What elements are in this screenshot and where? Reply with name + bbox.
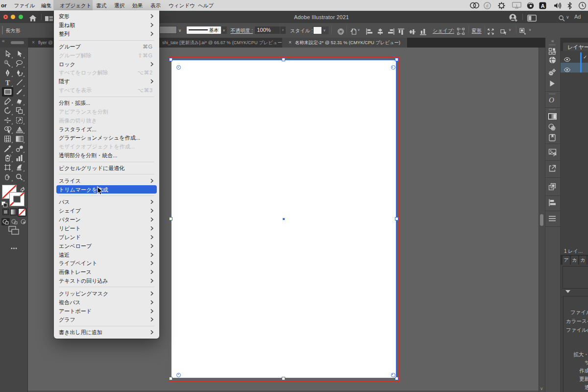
eraser-tool[interactable] — [14, 97, 25, 106]
brush-chevron-icon[interactable]: ∨ — [178, 28, 181, 33]
layer-row-selected[interactable] — [561, 63, 588, 73]
screen-mode-button[interactable] — [8, 226, 19, 235]
d-circle-icon[interactable]: d — [484, 1, 491, 10]
style-dropdown[interactable]: ∨ — [313, 26, 329, 34]
menu-object[interactable]: オブジェクト — [60, 0, 91, 11]
curvature-tool[interactable] — [14, 68, 25, 77]
rotate-tool[interactable] — [2, 106, 13, 115]
menu-item-グループ[interactable]: グループ⌘G — [54, 42, 159, 51]
selection-handle[interactable] — [395, 377, 398, 380]
corner-radius-widget[interactable] — [391, 373, 395, 377]
brush-definition-swatch[interactable] — [159, 26, 177, 34]
pen-tool[interactable] — [2, 68, 13, 77]
export-panel-icon[interactable] — [545, 164, 560, 173]
align-top-icon[interactable] — [398, 27, 404, 36]
opacity-label[interactable]: 不透明度 : — [231, 27, 253, 34]
align-bottom-icon[interactable] — [420, 27, 426, 36]
lasso-tool[interactable] — [14, 59, 25, 68]
secondary-panel-tab[interactable]: カ — [571, 256, 578, 265]
clock-icon[interactable] — [579, 1, 586, 10]
sphere-icon[interactable] — [545, 56, 560, 65]
hand-tool[interactable] — [2, 172, 13, 181]
corner-radius-widget[interactable] — [176, 65, 181, 70]
graphic-styles-icon[interactable] — [545, 133, 560, 142]
opentype-icon[interactable]: O — [545, 95, 560, 104]
opacity-more-button[interactable]: › — [280, 26, 286, 34]
gear-flower-icon[interactable] — [498, 1, 505, 10]
gradient-panel-icon[interactable] — [545, 112, 560, 121]
shape-label[interactable]: シェイプ: — [433, 27, 454, 34]
select-similar-chevron-icon[interactable]: ∨ — [509, 28, 511, 32]
shape-builder-tool[interactable] — [2, 125, 13, 134]
artboard-tool[interactable] — [2, 163, 13, 172]
draw-normal-mode-button[interactable] — [1, 218, 10, 225]
menu-edit[interactable]: 編集 — [41, 0, 51, 11]
menu-select[interactable]: 選択 — [114, 0, 124, 11]
menu-item-書き出し用に追加[interactable]: 書き出し用に追加 — [54, 328, 159, 337]
actions-play-icon[interactable] — [545, 79, 560, 88]
shape-widget-icon[interactable] — [457, 27, 465, 36]
pathfinder-menu-icon[interactable] — [545, 214, 560, 223]
dock-collapse-icon[interactable]: « — [545, 38, 560, 44]
direct-selection-tool[interactable] — [14, 49, 25, 59]
layer-visibility-eye-icon[interactable] — [564, 65, 570, 74]
menu-item-トリムマークを作成[interactable]: トリムマークを作成 — [54, 185, 159, 194]
workspace-grid-icon[interactable] — [45, 14, 53, 23]
tab-close-icon[interactable]: × — [32, 38, 35, 48]
search-placeholder-text[interactable]: Ad — [574, 14, 581, 20]
menu-item-整列[interactable]: 整列 — [54, 29, 159, 38]
select-similar-icon[interactable] — [500, 27, 507, 36]
menu-item-複合パス[interactable]: 複合パス — [54, 298, 159, 307]
menu-item-エンベロープ[interactable]: エンベロープ — [54, 242, 159, 250]
menu-effect[interactable]: 効果 — [132, 0, 143, 11]
ime-a-icon[interactable]: A — [539, 1, 546, 10]
stroke-profile-chevron-icon[interactable]: ∨ — [221, 26, 227, 34]
draw-inside-mode-button[interactable] — [19, 218, 27, 225]
magic-wand-tool[interactable] — [2, 59, 13, 68]
recolor-artwork-icon[interactable] — [338, 27, 344, 36]
menu-item-ラスタライズ[interactable]: ラスタライズ... — [54, 125, 159, 134]
blend-tool[interactable] — [14, 144, 25, 153]
secondary-panel-tab[interactable]: カ — [579, 256, 587, 265]
column-graph-tool[interactable] — [14, 153, 25, 163]
toolbar-collapse-icon[interactable]: « — [2, 38, 4, 44]
corner-radius-widget[interactable] — [391, 65, 395, 70]
menu-item-スライス[interactable]: スライス — [54, 176, 159, 185]
menu-file[interactable]: ファイル — [14, 0, 35, 11]
stroke-color-indicator[interactable] — [9, 192, 24, 206]
opacity-field[interactable]: 100% — [255, 26, 280, 34]
selection-center-point[interactable] — [283, 218, 285, 220]
mesh-tool[interactable] — [2, 134, 13, 144]
menu-item-透明部分を分割・統合[interactable]: 透明部分を分割・統合... — [54, 151, 159, 160]
minimize-window-button[interactable] — [11, 15, 15, 19]
default-fill-stroke-icon[interactable] — [1, 200, 7, 209]
free-transform-tool[interactable] — [14, 116, 25, 125]
dock-group-drag-handle[interactable] — [549, 93, 556, 95]
app-name-tail[interactable]: or — [1, 0, 7, 11]
symbol-sprayer-tool[interactable] — [2, 153, 13, 163]
vertical-scrollbar[interactable]: ∨ — [539, 48, 545, 392]
search-icon[interactable] — [559, 14, 565, 23]
zoom-window-button[interactable] — [19, 15, 23, 19]
eyedropper-tool[interactable] — [2, 144, 13, 153]
selection-handle[interactable] — [282, 377, 285, 380]
selection-tool[interactable] — [2, 49, 13, 59]
layers-panel-tab[interactable]: レイヤー — [563, 43, 588, 51]
menu-window[interactable]: ウィンドウ — [169, 0, 195, 11]
menu-view[interactable]: 表示 — [150, 0, 161, 11]
isolate-mode-icon[interactable] — [519, 27, 526, 36]
collect-shapes-icon[interactable] — [545, 182, 560, 191]
menu-item-分割・拡張[interactable]: 分割・拡張... — [54, 98, 159, 107]
menu-item-ロック[interactable]: ロック — [54, 60, 159, 69]
selection-handle[interactable] — [169, 377, 172, 380]
menu-item-画像トレース[interactable]: 画像トレース — [54, 268, 159, 276]
record-circle-icon[interactable] — [527, 1, 534, 10]
dock-group-drag-handle[interactable] — [549, 109, 556, 110]
menu-item-重ね順[interactable]: 重ね順 — [54, 21, 159, 29]
menu-type[interactable]: 書式 — [96, 0, 106, 11]
menu-item-シェイプ[interactable]: シェイプ — [54, 206, 159, 215]
home-icon[interactable] — [29, 14, 37, 23]
rectangle-tool[interactable] — [2, 87, 13, 97]
control-bar-grip[interactable] — [2, 26, 3, 34]
selection-handle[interactable] — [169, 217, 172, 220]
